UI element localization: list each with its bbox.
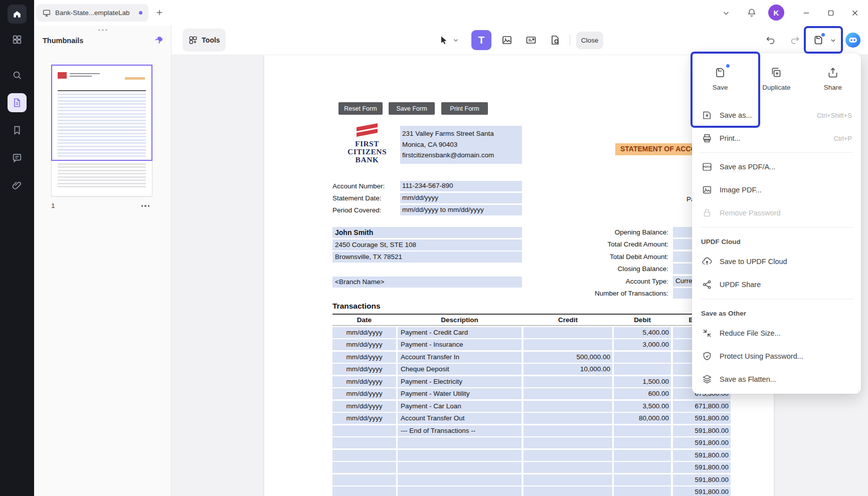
description-cell[interactable]: Account Transfer In: [398, 352, 522, 363]
debit-cell[interactable]: [614, 450, 671, 461]
credit-cell[interactable]: [524, 486, 612, 496]
menu-save-pdfa-item[interactable]: PDF/A Save as PDF/A...: [692, 155, 861, 178]
date-cell[interactable]: [332, 462, 396, 473]
menu-updf-share-item[interactable]: UPDF Share: [692, 273, 861, 296]
redo-button[interactable]: [788, 33, 802, 47]
select-tool-dropdown-button[interactable]: [451, 32, 460, 49]
date-cell[interactable]: mm/dd/yyyy: [332, 339, 396, 350]
menu-print-item[interactable]: Print... Ctrl+P: [692, 127, 861, 150]
date-cell[interactable]: mm/dd/yyyy: [332, 388, 396, 399]
description-cell[interactable]: [398, 450, 522, 461]
credit-cell[interactable]: [524, 401, 612, 412]
period-covered-field[interactable]: mm/dd/yyyy to mm/dd/yyyy: [400, 205, 522, 215]
description-cell[interactable]: Payment - Credit Card: [398, 327, 522, 338]
date-cell[interactable]: mm/dd/yyyy: [332, 413, 396, 424]
menu-share-button[interactable]: Share: [805, 66, 861, 91]
select-tool-button[interactable]: [437, 32, 450, 49]
credit-cell[interactable]: [524, 413, 612, 424]
description-cell[interactable]: --- End of Transactions --: [398, 425, 522, 436]
page-tool-button[interactable]: [547, 32, 564, 49]
thumbnails-panel-button[interactable]: [8, 93, 27, 112]
debit-cell[interactable]: 3,000.00: [614, 339, 671, 350]
credit-cell[interactable]: [524, 450, 612, 461]
balance-cell[interactable]: 591,800.00: [673, 462, 731, 473]
debit-cell[interactable]: [614, 425, 671, 436]
customer-address2-field[interactable]: Brownsville, TX 78521: [332, 252, 522, 263]
menu-image-pdf-item[interactable]: Image PDF...: [692, 178, 861, 201]
date-cell[interactable]: mm/dd/yyyy: [332, 327, 396, 338]
menu-reduce-file-size-item[interactable]: Reduce File Size...: [692, 322, 861, 345]
description-cell[interactable]: [398, 462, 522, 473]
page-thumbnail[interactable]: [51, 65, 152, 196]
print-form-button[interactable]: Print Form: [441, 102, 488, 115]
date-cell[interactable]: [332, 437, 396, 448]
balance-cell[interactable]: 591,800.00: [673, 425, 731, 436]
debit-cell[interactable]: 600.00: [614, 388, 671, 399]
date-cell[interactable]: [332, 486, 396, 496]
date-cell[interactable]: mm/dd/yyyy: [332, 364, 396, 375]
balance-cell[interactable]: 591,800.00: [673, 450, 731, 461]
account-number-field[interactable]: 111-234-567-890: [400, 181, 522, 191]
form-tool-button[interactable]: [523, 32, 540, 49]
bank-address-field[interactable]: 231 Valley Farms Street Santa Monica, CA…: [400, 126, 522, 164]
page-more-button[interactable]: [138, 202, 153, 210]
credit-cell[interactable]: [524, 425, 612, 436]
minimize-button[interactable]: [800, 7, 812, 19]
debit-cell[interactable]: [614, 364, 671, 375]
titlebar-dropdown-button[interactable]: [720, 7, 732, 19]
statement-date-field[interactable]: mm/dd/yyyy: [400, 193, 522, 203]
menu-save-button[interactable]: Save: [692, 66, 748, 91]
menu-save-to-cloud-item[interactable]: Save to UPDF Cloud: [692, 250, 861, 273]
debit-cell[interactable]: 80,000.00: [614, 413, 671, 424]
balance-cell[interactable]: 591,800.00: [673, 486, 731, 496]
notifications-button[interactable]: [746, 7, 758, 19]
balance-cell[interactable]: 591,800.00: [673, 474, 731, 485]
date-cell[interactable]: mm/dd/yyyy: [332, 352, 396, 363]
debit-cell[interactable]: 1,500.00: [614, 376, 671, 387]
apps-grid-button[interactable]: [8, 30, 27, 49]
customer-name-field[interactable]: John Smith: [332, 227, 522, 238]
description-cell[interactable]: Payment - Water Utility: [398, 388, 522, 399]
description-cell[interactable]: Cheque Deposit: [398, 364, 522, 375]
debit-cell[interactable]: [614, 474, 671, 485]
comments-button[interactable]: [8, 148, 27, 167]
customer-address1-field[interactable]: 2450 Courage St, STE 108: [332, 239, 522, 251]
balance-cell[interactable]: 591,800.00: [673, 437, 731, 448]
credit-cell[interactable]: 10,000.00: [524, 364, 612, 375]
close-edit-button[interactable]: Close: [576, 32, 603, 49]
description-cell[interactable]: Payment - Electricity: [398, 376, 522, 387]
branch-name-field[interactable]: <Branch Name>: [332, 277, 522, 288]
description-cell[interactable]: Payment - Insurance: [398, 339, 522, 350]
credit-cell[interactable]: [524, 437, 612, 448]
user-avatar[interactable]: K: [768, 5, 784, 21]
search-button[interactable]: [8, 66, 27, 85]
maximize-button[interactable]: [825, 7, 837, 19]
date-cell[interactable]: mm/dd/yyyy: [332, 401, 396, 412]
date-cell[interactable]: mm/dd/yyyy: [332, 376, 396, 387]
description-cell[interactable]: [398, 437, 522, 448]
credit-cell[interactable]: [524, 388, 612, 399]
credit-cell[interactable]: [524, 339, 612, 350]
date-cell[interactable]: [332, 425, 396, 436]
menu-save-as-item[interactable]: Save as... Ctrl+Shift+S: [692, 104, 861, 127]
panel-drag-handle[interactable]: [98, 29, 107, 31]
menu-save-as-flatten-item[interactable]: Save as Flatten...: [692, 368, 861, 391]
ai-assistant-button[interactable]: [845, 32, 861, 48]
menu-duplicate-button[interactable]: Duplicate: [748, 66, 804, 91]
description-cell[interactable]: Account Transfer Out: [398, 413, 522, 424]
new-tab-button[interactable]: [153, 6, 166, 19]
close-window-button[interactable]: [849, 7, 861, 19]
attachments-button[interactable]: [8, 176, 27, 195]
balance-cell[interactable]: 591,800.00: [673, 413, 731, 424]
save-button[interactable]: [811, 33, 826, 48]
save-menu-dropdown-button[interactable]: [829, 33, 837, 47]
credit-cell[interactable]: [524, 462, 612, 473]
undo-button[interactable]: [764, 33, 778, 47]
home-button[interactable]: [8, 5, 27, 24]
reset-form-button[interactable]: Reset Form: [338, 102, 383, 115]
bookmarks-button[interactable]: [8, 121, 27, 140]
tools-button[interactable]: Tools: [183, 29, 226, 52]
balance-cell[interactable]: 671,800.00: [673, 401, 731, 412]
description-cell[interactable]: [398, 474, 522, 485]
debit-cell[interactable]: [614, 437, 671, 448]
